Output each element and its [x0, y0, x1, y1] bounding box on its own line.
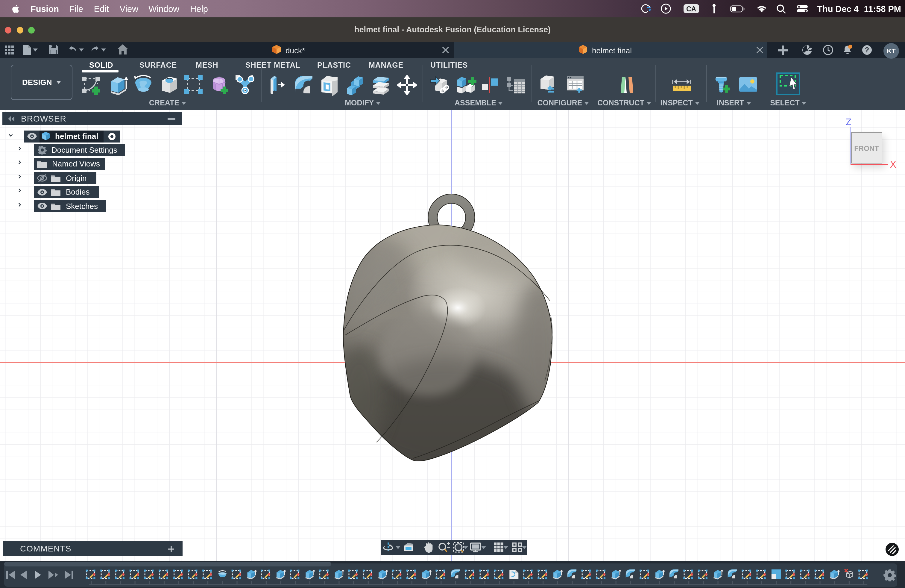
svg-text:?: ? [865, 46, 869, 54]
